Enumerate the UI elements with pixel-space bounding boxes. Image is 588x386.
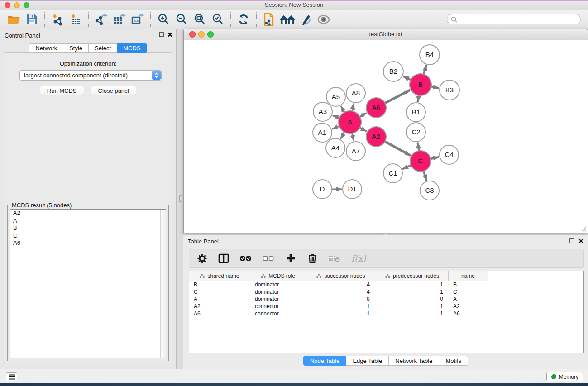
graph-node-A5[interactable]: A5: [326, 87, 345, 106]
zoom-in-button[interactable]: [154, 11, 172, 28]
graph-node-B3[interactable]: B3: [440, 80, 459, 100]
float-panel-icon[interactable]: [569, 238, 574, 243]
network-file-button[interactable]: [260, 11, 278, 28]
annotation-pen-button[interactable]: [296, 11, 315, 28]
criterion-select[interactable]: largest connected component (directed): [19, 70, 162, 81]
tab-network-table[interactable]: Network Table: [389, 356, 439, 366]
import-network-button[interactable]: [48, 11, 67, 28]
select-all-button[interactable]: [240, 255, 252, 262]
open-session-button[interactable]: [5, 11, 23, 28]
tab-edge-table[interactable]: Edge Table: [346, 356, 389, 366]
mcds-result-list[interactable]: A2ABCA6: [10, 209, 166, 358]
home-icon: [280, 14, 295, 25]
mcds-result-item[interactable]: C: [10, 232, 166, 240]
zoom-out-button[interactable]: [172, 11, 191, 28]
search-input[interactable]: [459, 16, 572, 23]
vertical-splitter-handle[interactable]: [179, 195, 182, 202]
status-bar: Memory: [0, 369, 588, 383]
mcds-result-item[interactable]: B: [10, 224, 166, 232]
graph-node-A1[interactable]: A1: [313, 123, 332, 142]
network-window-titlebar[interactable]: testGlobe.txt: [184, 29, 588, 40]
tab-style[interactable]: Style: [63, 43, 89, 53]
export-network-button[interactable]: [92, 11, 110, 28]
run-mcds-button[interactable]: Run MCDS: [40, 86, 84, 95]
refresh-view-button[interactable]: [234, 11, 253, 28]
zoom-fit-button[interactable]: [191, 11, 209, 28]
column-header-name[interactable]: name: [449, 271, 488, 281]
node-table[interactable]: shared nameMCDS rolesuccessor nodesprede…: [189, 271, 584, 353]
node-label: B2: [389, 67, 397, 75]
zoom-selected-button[interactable]: [209, 11, 227, 28]
delete-table-button[interactable]: [329, 254, 340, 262]
graph-node-C[interactable]: C: [410, 151, 431, 172]
export-image-button[interactable]: [129, 11, 147, 28]
delete-table-icon: [329, 254, 340, 262]
import-table-button[interactable]: [67, 11, 85, 28]
tab-node-table[interactable]: Node Table: [303, 356, 347, 366]
column-header-MCDS-role[interactable]: MCDS role: [250, 271, 306, 281]
tab-select[interactable]: Select: [89, 43, 117, 53]
search-field[interactable]: [447, 14, 581, 24]
graph-node-B4[interactable]: B4: [420, 45, 440, 65]
column-header-shared-name[interactable]: shared name: [189, 271, 250, 281]
table-row[interactable]: A6connector11A6: [189, 310, 583, 317]
column-header-predecessor-nodes[interactable]: predecessor nodes: [376, 271, 449, 281]
column-header-successor-nodes[interactable]: successor nodes: [306, 271, 376, 281]
memory-button[interactable]: Memory: [546, 372, 583, 381]
home-button[interactable]: [278, 11, 296, 28]
table-row[interactable]: Bdominator41B: [189, 281, 583, 288]
graph-node-A8[interactable]: A8: [346, 84, 365, 103]
node-label: C1: [388, 169, 397, 177]
tab-network[interactable]: Network: [29, 43, 63, 53]
table-cell: C: [449, 289, 488, 295]
table-panel: Table Panel: [183, 235, 588, 369]
save-session-button[interactable]: [23, 11, 41, 28]
function-builder-button[interactable]: f(x): [351, 253, 366, 263]
graph-node-A2[interactable]: A2: [366, 127, 386, 147]
show-columns-button[interactable]: [218, 253, 229, 263]
mcds-result-item[interactable]: A2: [10, 210, 166, 217]
graph-node-D[interactable]: D: [313, 180, 332, 199]
plus-icon: [286, 253, 296, 263]
tab-motifs[interactable]: Motifs: [439, 356, 468, 366]
task-history-button[interactable]: [6, 372, 17, 381]
graph-node-A6[interactable]: A6: [366, 98, 386, 118]
float-panel-icon[interactable]: [159, 32, 164, 37]
graph-node-B1[interactable]: B1: [406, 103, 425, 122]
delete-column-button[interactable]: [307, 253, 318, 264]
table-cell: dominator: [250, 281, 306, 288]
graph-node-A3[interactable]: A3: [313, 102, 332, 121]
table-cell: 1: [376, 281, 449, 288]
attribute-icon: [385, 274, 390, 278]
graph-node-B2[interactable]: B2: [383, 62, 403, 81]
close-panel-icon[interactable]: [167, 32, 172, 37]
graph-node-A7[interactable]: A7: [346, 142, 365, 161]
table-row[interactable]: Adominator80A: [189, 295, 583, 303]
graph-node-C4[interactable]: C4: [440, 145, 459, 164]
graph-node-C3[interactable]: C3: [420, 181, 439, 200]
graph-node-A4[interactable]: A4: [326, 138, 345, 157]
table-cell: A2: [189, 303, 250, 310]
table-settings-button[interactable]: [196, 253, 207, 264]
graph-node-C2[interactable]: C2: [406, 123, 425, 142]
deselect-all-button[interactable]: [263, 255, 274, 262]
create-column-button[interactable]: [285, 253, 296, 263]
show-hide-button[interactable]: [315, 11, 333, 28]
node-label: A3: [319, 108, 327, 115]
resize-grip-icon[interactable]: [581, 226, 587, 232]
close-panel-icon[interactable]: [578, 238, 583, 243]
tab-mcds[interactable]: MCDS: [117, 43, 147, 53]
graph-node-C1[interactable]: C1: [383, 164, 402, 183]
node-label: A: [348, 118, 352, 126]
graph-node-A[interactable]: A: [339, 111, 361, 133]
mcds-result-item[interactable]: A6: [10, 239, 166, 247]
graph-node-D1[interactable]: D1: [343, 180, 362, 199]
network-canvas[interactable]: B4B2BB3A8A5A6A3B1AA1C2A2A4A7C4CC1C3DD1: [184, 40, 588, 233]
mcds-result-item[interactable]: A: [10, 217, 166, 225]
export-table-button[interactable]: [110, 11, 129, 28]
close-panel-button[interactable]: Close panel: [91, 86, 137, 95]
graph-node-B[interactable]: B: [410, 74, 431, 95]
scrollbar[interactable]: [160, 210, 166, 358]
table-row[interactable]: Cdominator41C: [189, 288, 583, 295]
table-row[interactable]: A2connector11A2: [189, 303, 583, 310]
